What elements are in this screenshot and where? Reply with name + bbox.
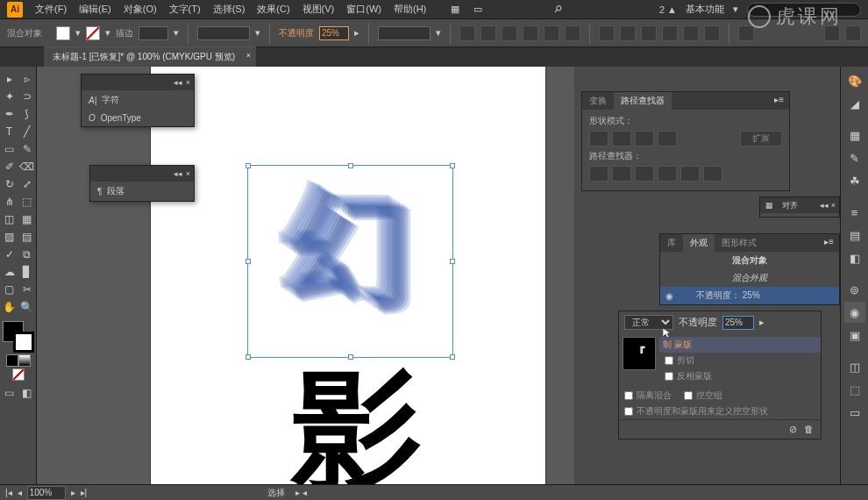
zoom-tool[interactable]: 🔍 xyxy=(18,298,36,316)
stroke-weight-input[interactable] xyxy=(139,26,168,40)
mesh-tool[interactable]: ▨ xyxy=(1,228,18,246)
dist-btn-3[interactable] xyxy=(641,25,657,41)
canvas[interactable]: 幻 幻 幻 幻 幻 幻 幻 幻 幻 影 ◂◂× A|字符 OOpenType ◂… xyxy=(37,67,574,484)
lasso-tool[interactable]: ⊃ xyxy=(18,88,36,105)
color-dock-icon[interactable]: 🎨 xyxy=(844,70,865,91)
menu-effect[interactable]: 效果(C) xyxy=(252,1,295,18)
panel-menu-icon[interactable]: ▸≡ xyxy=(769,92,789,110)
align-btn-2[interactable] xyxy=(480,25,496,41)
hand-tool[interactable]: ✋ xyxy=(1,298,18,316)
width-tool[interactable]: ⋔ xyxy=(1,193,18,211)
transform-tab[interactable]: 变换 xyxy=(582,92,614,110)
cancel-icon[interactable]: ⊘ xyxy=(789,424,797,435)
unite-btn[interactable] xyxy=(589,131,608,146)
menu-object[interactable]: 对象(O) xyxy=(118,1,162,18)
stroke-swatch[interactable] xyxy=(86,26,100,40)
swatches-dock-icon[interactable]: ▦ xyxy=(844,125,865,146)
knockout-checkbox[interactable] xyxy=(684,391,693,400)
crop-btn[interactable] xyxy=(658,166,677,182)
character-panel[interactable]: ◂◂× A|字符 OOpenType xyxy=(81,74,195,127)
color-guide-dock-icon[interactable]: ◢ xyxy=(844,93,865,114)
free-transform-tool[interactable]: ⬚ xyxy=(18,193,36,211)
align-panel-collapsed[interactable]: ▦对齐◂◂ × xyxy=(759,196,840,218)
prefs-btn[interactable] xyxy=(845,25,861,41)
wand-tool[interactable]: ✦ xyxy=(1,88,18,105)
scale-tool[interactable]: ⤢ xyxy=(18,175,36,193)
stroke-dock-icon[interactable]: ≡ xyxy=(844,202,865,223)
exclude-btn[interactable] xyxy=(658,131,677,146)
define-knockout-checkbox[interactable] xyxy=(624,407,633,416)
align-btn-1[interactable] xyxy=(459,25,475,41)
symbols-dock-icon[interactable]: ☘ xyxy=(844,170,865,191)
document-tab[interactable]: 未标题-1 [已恢复]* @ 100% (CMYK/GPU 预览)× xyxy=(44,46,256,67)
color-mode[interactable] xyxy=(6,354,18,367)
style-input[interactable] xyxy=(378,26,430,40)
align-btn-5[interactable] xyxy=(544,25,559,41)
appearance-dock-icon[interactable]: ◉ xyxy=(844,302,865,323)
zoom-input[interactable] xyxy=(27,486,66,500)
pin-icon[interactable]: ⚲ xyxy=(551,3,565,16)
paragraph-panel[interactable]: ◂◂× ¶段落 xyxy=(89,165,195,202)
selection-tool[interactable]: ▸ xyxy=(1,70,18,88)
workspace-switcher[interactable]: 基本功能 xyxy=(686,3,724,16)
minus-back-btn[interactable] xyxy=(703,166,722,182)
gradient-dock-icon[interactable]: ▤ xyxy=(844,225,865,246)
trim-btn[interactable] xyxy=(612,166,631,182)
menu-help[interactable]: 帮助(H) xyxy=(388,1,431,18)
library-tab[interactable]: 库 xyxy=(660,234,683,252)
artboard-tool[interactable]: ▢ xyxy=(1,281,18,298)
align-btn-4[interactable] xyxy=(523,25,538,41)
layers-dock-icon[interactable]: ◫ xyxy=(844,356,865,377)
menu-window[interactable]: 窗口(W) xyxy=(341,1,387,18)
merge-btn[interactable] xyxy=(635,166,654,182)
clip-checkbox[interactable] xyxy=(665,356,673,365)
nav-next-icon[interactable]: ▸ xyxy=(71,488,75,497)
eyedropper-tool[interactable]: ✓ xyxy=(1,246,18,263)
menu-select[interactable]: 选择(S) xyxy=(208,1,251,18)
menu-type[interactable]: 文字(T) xyxy=(164,1,206,18)
pathfinder-tab[interactable]: 路径查找器 xyxy=(614,92,672,110)
invert-checkbox[interactable] xyxy=(665,372,673,381)
menu-file[interactable]: 文件(F) xyxy=(30,1,72,18)
draw-mode[interactable]: ◧ xyxy=(18,384,36,402)
opacity-slider-icon[interactable]: ▸ xyxy=(759,317,765,328)
tp-opacity-input[interactable] xyxy=(722,316,754,330)
transparency-dock-icon[interactable]: ◧ xyxy=(844,247,865,268)
arrange-icon[interactable]: ▭ xyxy=(473,4,482,15)
direct-selection-tool[interactable]: ▹ xyxy=(18,70,36,88)
gradient-tool[interactable]: ▤ xyxy=(18,228,36,246)
line-tool[interactable]: ╱ xyxy=(18,123,36,140)
close-icon[interactable]: × xyxy=(186,78,190,87)
eraser-tool[interactable]: ⌫ xyxy=(18,158,36,175)
panel-menu-icon[interactable]: ▸≡ xyxy=(819,234,839,252)
shape-builder-tool[interactable]: ◫ xyxy=(1,211,18,228)
pen-tool[interactable]: ✒ xyxy=(1,105,18,123)
collapse-icon[interactable]: ◂◂ xyxy=(174,78,182,87)
expand-btn[interactable]: 扩展 xyxy=(740,131,782,146)
dist-btn-1[interactable] xyxy=(599,25,615,41)
symbol-tool[interactable]: ☁ xyxy=(1,263,18,281)
nav-first-icon[interactable]: |◂ xyxy=(5,488,12,497)
visibility-icon[interactable]: ◉ xyxy=(665,291,673,301)
graphic-styles-tab[interactable]: 图形样式 xyxy=(715,234,764,252)
delete-icon[interactable]: 🗑 xyxy=(804,424,814,435)
shaper-tool[interactable]: ✐ xyxy=(1,158,18,175)
rotate-tool[interactable]: ↻ xyxy=(1,175,18,193)
make-mask-btn[interactable]: 制 蒙版 xyxy=(659,337,821,353)
bridge-icon[interactable]: ▦ xyxy=(451,4,459,15)
isolate-checkbox[interactable] xyxy=(624,391,633,400)
fill-swatch[interactable] xyxy=(56,26,70,40)
perspective-tool[interactable]: ▦ xyxy=(18,211,36,228)
slice-tool[interactable]: ✂ xyxy=(18,281,36,298)
rect-tool[interactable]: ▭ xyxy=(1,140,18,158)
blend-mode-select[interactable]: 正常 xyxy=(624,315,673,330)
minus-front-btn[interactable] xyxy=(612,131,631,146)
dist-btn-2[interactable] xyxy=(620,25,636,41)
artboards-dock-icon[interactable]: ▭ xyxy=(844,402,865,423)
menu-edit[interactable]: 编辑(E) xyxy=(74,1,117,18)
none-mode[interactable] xyxy=(12,368,25,381)
intersect-btn[interactable] xyxy=(635,131,654,146)
fill-stroke-indicator[interactable] xyxy=(3,321,34,353)
outline-btn[interactable] xyxy=(680,166,700,182)
close-tab-icon[interactable]: × xyxy=(246,51,251,60)
